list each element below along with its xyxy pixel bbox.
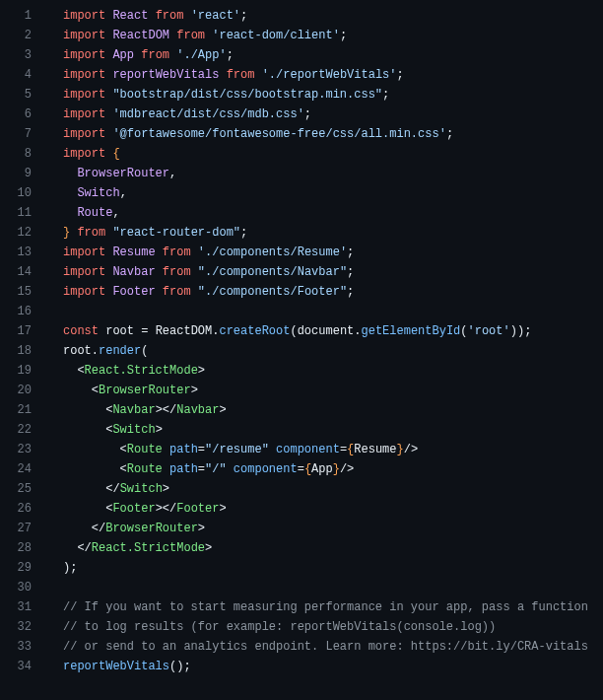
line-number: 28 xyxy=(0,538,32,558)
line-number: 22 xyxy=(0,420,32,440)
code-line[interactable]: import ReactDOM from 'react-dom/client'; xyxy=(63,26,603,45)
code-line[interactable]: Switch, xyxy=(63,183,603,203)
line-number: 32 xyxy=(0,617,32,637)
line-number: 7 xyxy=(0,124,32,144)
code-line[interactable]: <Route path="/resume" component={Resume}… xyxy=(63,440,603,459)
line-number: 15 xyxy=(0,282,32,302)
code-line[interactable]: root.render( xyxy=(63,341,603,361)
line-number: 9 xyxy=(0,164,32,183)
code-line[interactable]: BrowserRouter, xyxy=(63,164,603,183)
line-number: 14 xyxy=(0,262,32,282)
line-number: 29 xyxy=(0,558,32,578)
line-number: 19 xyxy=(0,361,32,381)
code-line[interactable] xyxy=(63,578,603,597)
line-number: 18 xyxy=(0,341,32,361)
code-line[interactable]: </BrowserRouter> xyxy=(63,519,603,538)
line-number: 27 xyxy=(0,519,32,538)
code-line[interactable]: import { xyxy=(63,144,603,164)
code-line[interactable]: import React from 'react'; xyxy=(63,6,603,26)
code-line[interactable]: import "bootstrap/dist/css/bootstrap.min… xyxy=(63,85,603,105)
code-line[interactable]: import 'mdbreact/dist/css/mdb.css'; xyxy=(63,105,603,124)
line-number: 10 xyxy=(0,183,32,203)
code-line[interactable]: <Route path="/" component={App}/> xyxy=(63,459,603,479)
line-number: 12 xyxy=(0,223,32,243)
line-number: 4 xyxy=(0,65,32,85)
code-line[interactable]: import '@fortawesome/fontawesome-free/cs… xyxy=(63,124,603,144)
line-number: 17 xyxy=(0,321,32,341)
line-number: 26 xyxy=(0,499,32,519)
code-line[interactable]: import Resume from './components/Resume'… xyxy=(63,243,603,262)
line-number: 5 xyxy=(0,85,32,105)
line-number: 13 xyxy=(0,243,32,262)
code-line[interactable]: // If you want to start measuring perfor… xyxy=(63,597,603,617)
code-line[interactable]: reportWebVitals(); xyxy=(63,657,603,676)
code-line[interactable]: import Footer from "./components/Footer"… xyxy=(63,282,603,302)
line-number: 34 xyxy=(0,657,32,676)
line-number: 31 xyxy=(0,597,32,617)
code-line[interactable]: } from "react-router-dom"; xyxy=(63,223,603,243)
line-number: 33 xyxy=(0,637,32,657)
code-line[interactable]: ); xyxy=(63,558,603,578)
code-line[interactable]: <BrowserRouter> xyxy=(63,381,603,400)
line-number: 24 xyxy=(0,459,32,479)
code-line[interactable]: <React.StrictMode> xyxy=(63,361,603,381)
line-number-gutter: 1234567891011121314151617181920212223242… xyxy=(0,6,49,676)
code-line[interactable]: <Navbar></Navbar> xyxy=(63,400,603,420)
code-line[interactable]: Route, xyxy=(63,203,603,223)
line-number: 11 xyxy=(0,203,32,223)
line-number: 8 xyxy=(0,144,32,164)
line-number: 16 xyxy=(0,302,32,321)
code-line[interactable]: // or send to an analytics endpoint. Lea… xyxy=(63,637,603,657)
code-line[interactable]: import App from './App'; xyxy=(63,45,603,65)
line-number: 23 xyxy=(0,440,32,459)
code-line[interactable]: <Footer></Footer> xyxy=(63,499,603,519)
code-line[interactable]: import reportWebVitals from './reportWeb… xyxy=(63,65,603,85)
line-number: 2 xyxy=(0,26,32,45)
line-number: 3 xyxy=(0,45,32,65)
line-number: 25 xyxy=(0,479,32,499)
line-number: 6 xyxy=(0,105,32,124)
code-line[interactable]: <Switch> xyxy=(63,420,603,440)
code-line[interactable]: </React.StrictMode> xyxy=(63,538,603,558)
code-editor[interactable]: 1234567891011121314151617181920212223242… xyxy=(0,0,603,682)
code-content[interactable]: import React from 'react';import ReactDO… xyxy=(49,6,603,676)
code-line[interactable] xyxy=(63,302,603,321)
line-number: 20 xyxy=(0,381,32,400)
code-line[interactable]: // to log results (for example: reportWe… xyxy=(63,617,603,637)
line-number: 21 xyxy=(0,400,32,420)
code-line[interactable]: const root = ReactDOM.createRoot(documen… xyxy=(63,321,603,341)
code-line[interactable]: import Navbar from "./components/Navbar"… xyxy=(63,262,603,282)
line-number: 1 xyxy=(0,6,32,26)
line-number: 30 xyxy=(0,578,32,597)
code-line[interactable]: </Switch> xyxy=(63,479,603,499)
